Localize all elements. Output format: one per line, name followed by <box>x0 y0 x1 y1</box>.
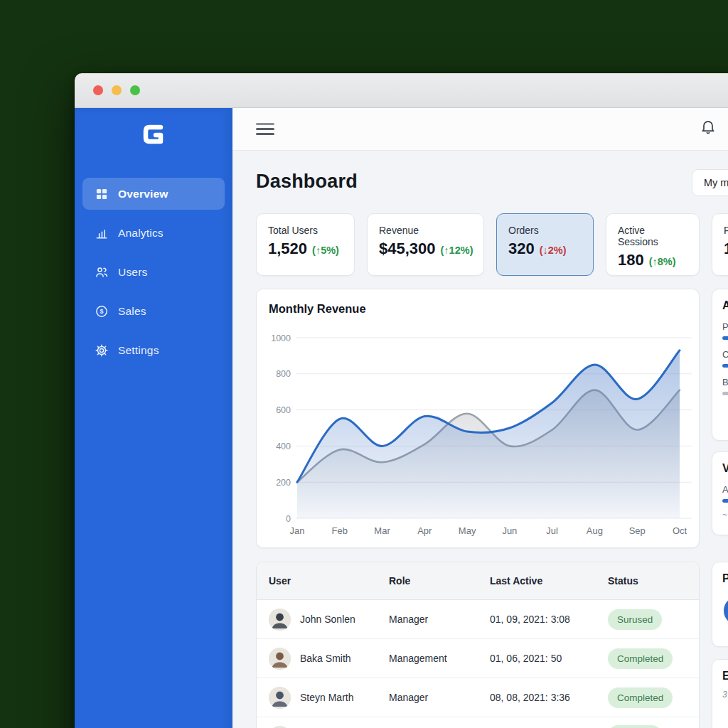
svg-text:1000: 1000 <box>271 333 291 343</box>
zoom-window-button[interactable] <box>130 85 140 95</box>
svg-text:Jun: Jun <box>502 525 517 536</box>
right-panel-item-label: C <box>722 349 728 360</box>
right-panel-title: P <box>722 572 728 585</box>
stat-card-revenue[interactable]: Revenue$45,300(↑12%) <box>367 213 484 276</box>
bar-chart-icon <box>95 226 109 240</box>
sidebar-item-settings[interactable]: Settings <box>82 334 225 366</box>
user-avatar <box>269 648 291 670</box>
svg-text:0: 0 <box>286 514 291 524</box>
minimize-window-button[interactable] <box>112 85 122 95</box>
svg-text:Sep: Sep <box>629 525 646 536</box>
svg-text:Jul: Jul <box>546 525 558 536</box>
dollar-circle-icon: $ <box>95 304 109 318</box>
svg-text:Oct: Oct <box>673 525 687 536</box>
status-badge <box>608 725 662 728</box>
sidebar: OverviewAnalyticsUsers$SalesSettings <box>75 108 232 728</box>
table-body: John SonlenManager01, 09, 2021: 3:08Suru… <box>257 600 699 728</box>
stat-card-orders[interactable]: Orders320(↓2%) <box>496 213 594 276</box>
logo-g-icon <box>139 119 168 149</box>
chart-title: Monthly Revenue <box>269 302 366 316</box>
grid-icon <box>95 187 109 201</box>
right-panel-item-label: A <box>722 484 728 495</box>
right-panel-1: APCB <box>712 289 728 441</box>
user-avatar <box>269 687 291 709</box>
my-menu-button[interactable]: My mu <box>692 169 728 196</box>
stat-card-total-users[interactable]: Total Users1,520(↑5%) <box>256 213 355 276</box>
table-row[interactable]: Steyn MarthManager08, 08, 2021: 3:36Comp… <box>257 678 699 717</box>
window-titlebar <box>75 73 728 108</box>
user-name: John Sonlen <box>300 614 355 625</box>
svg-text:Aug: Aug <box>587 525 603 536</box>
table-row[interactable]: John SonlenManager01, 09, 2021: 3:08Suru… <box>257 600 699 639</box>
hamburger-menu-icon[interactable] <box>256 123 274 135</box>
right-panel-item-label: B <box>722 377 728 387</box>
topbar <box>232 108 728 151</box>
table-row[interactable]: Baka SmithManagement01, 06, 2021: 50Comp… <box>257 639 699 678</box>
user-last-active: 01, 09, 2021: 3:08 <box>490 614 608 625</box>
right-panel-note: ~ <box>722 510 728 520</box>
page-title: Dashboard <box>256 171 358 193</box>
column-header-user: User <box>269 575 389 587</box>
user-last-active: 08, 08, 2021: 3:36 <box>490 692 608 703</box>
right-panel-title: E <box>722 670 728 682</box>
app-window: OverviewAnalyticsUsers$SalesSettings Das… <box>75 73 728 728</box>
sidebar-item-label: Settings <box>118 344 159 357</box>
stat-value: 1 <box>724 240 728 258</box>
user-role: Manager <box>389 692 490 703</box>
user-name: Steyn Marth <box>300 692 353 703</box>
right-panel-note: 3 <box>722 690 728 700</box>
stat-value: 320 <box>508 240 535 258</box>
dashboard-content: Dashboard My mu Total Users1,520(↑5%)Rev… <box>232 151 728 728</box>
main-area: Dashboard My mu Total Users1,520(↑5%)Rev… <box>232 108 728 728</box>
stat-label: Revenue <box>379 225 472 236</box>
sidebar-nav: OverviewAnalyticsUsers$SalesSettings <box>75 178 232 366</box>
table-header-row: User Role Last Active Status <box>257 562 699 600</box>
stats-row: Total Users1,520(↑5%)Revenue$45,300(↑12%… <box>256 213 728 276</box>
stat-label: P <box>724 225 728 236</box>
right-panel-item-label: P <box>722 321 728 332</box>
user-role: Manager <box>389 614 490 625</box>
gear-icon <box>95 343 109 358</box>
svg-text:200: 200 <box>276 478 291 488</box>
monthly-revenue-chart-card: Monthly Revenue 02004006008001000JanFebM… <box>256 289 700 548</box>
bell-icon[interactable] <box>700 118 717 138</box>
sidebar-item-label: Overview <box>118 188 168 200</box>
progress-bar <box>722 336 728 340</box>
app-logo <box>75 119 232 149</box>
user-name: Baka Smith <box>300 653 351 664</box>
status-badge: Surused <box>608 609 662 630</box>
right-panel-2: VA~ <box>712 451 728 535</box>
sidebar-item-analytics[interactable]: Analytics <box>82 217 225 249</box>
right-panel-4: E3 <box>712 659 728 728</box>
stat-delta: (↑8%) <box>649 256 676 267</box>
svg-text:800: 800 <box>276 369 291 379</box>
sidebar-item-overview[interactable]: Overview <box>82 178 225 210</box>
revenue-line-chart: 02004006008001000JanFebMarAprMayJunJulAu… <box>257 321 700 543</box>
users-table-card: User Role Last Active Status John Sonlen… <box>256 562 700 728</box>
stat-delta: (↑5%) <box>312 245 339 256</box>
stat-delta: (↑12%) <box>441 245 473 256</box>
svg-text:May: May <box>459 525 476 536</box>
donut-chart <box>724 596 728 625</box>
progress-bar <box>722 392 728 395</box>
sidebar-item-sales[interactable]: $Sales <box>82 295 225 327</box>
stat-card-active-sessions[interactable]: Active Sessions180(↑8%) <box>606 213 700 276</box>
stat-label: Active Sessions <box>618 225 687 247</box>
desktop: { "window": { "traffic_lights": { "close… <box>0 0 728 728</box>
svg-text:Feb: Feb <box>332 525 348 536</box>
sidebar-item-label: Sales <box>118 305 146 318</box>
stat-delta: (↓2%) <box>540 245 567 256</box>
user-avatar <box>269 726 291 728</box>
stat-card-p[interactable]: P1 <box>712 213 728 276</box>
sidebar-item-users[interactable]: Users <box>82 256 225 288</box>
right-panels-column: APCBVA~PE3 <box>712 289 728 728</box>
table-row[interactable] <box>257 717 699 728</box>
traffic-lights <box>93 85 140 95</box>
sidebar-item-label: Analytics <box>118 227 164 240</box>
right-panel-title: A <box>722 299 728 312</box>
users-icon <box>95 265 109 279</box>
status-badge: Completed <box>608 648 673 669</box>
close-window-button[interactable] <box>93 85 103 95</box>
svg-text:Mar: Mar <box>374 525 390 536</box>
stat-label: Orders <box>508 225 582 236</box>
